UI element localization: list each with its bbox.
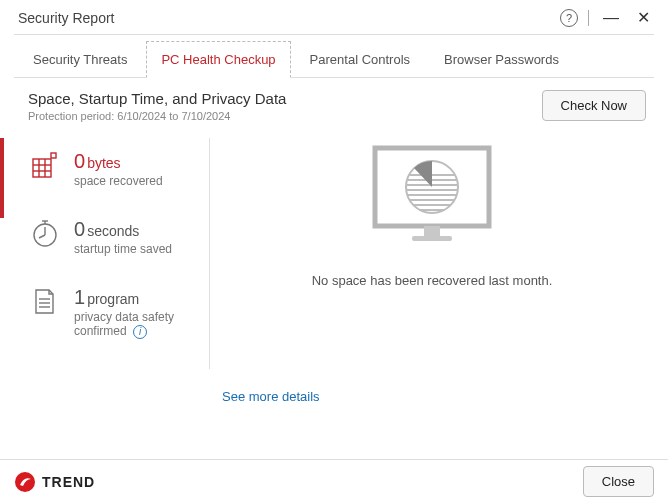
document-icon [30, 286, 60, 316]
tab-browser-passwords[interactable]: Browser Passwords [429, 41, 574, 78]
tab-parental-controls[interactable]: Parental Controls [295, 41, 425, 78]
brand-logo: TREND [14, 471, 95, 493]
space-label: space recovered [74, 174, 163, 188]
stat-startup-time: 0seconds startup time saved [30, 218, 209, 256]
section-title: Space, Startup Time, and Privacy Data [28, 90, 286, 107]
divider [588, 10, 589, 26]
startup-value: 0 [74, 218, 85, 240]
brand-name: TREND [42, 474, 95, 490]
trend-logo-icon [14, 471, 36, 493]
check-now-button[interactable]: Check Now [542, 90, 646, 121]
tab-security-threats[interactable]: Security Threats [18, 41, 142, 78]
stopwatch-icon [30, 218, 60, 248]
svg-rect-24 [424, 226, 440, 236]
svg-rect-0 [33, 159, 51, 177]
privacy-value: 1 [74, 286, 85, 308]
svg-line-8 [39, 235, 45, 238]
close-button[interactable]: Close [583, 466, 654, 497]
stat-space-recovered: 0bytes space recovered [30, 150, 209, 188]
privacy-label: privacy data safety confirmed i [74, 310, 209, 339]
space-unit: bytes [87, 155, 120, 171]
startup-unit: seconds [87, 223, 139, 239]
minimize-button[interactable]: — [599, 8, 623, 28]
close-window-button[interactable]: ✕ [633, 8, 654, 28]
divider [14, 34, 654, 35]
svg-rect-5 [51, 153, 56, 158]
see-more-details-link[interactable]: See more details [222, 389, 320, 404]
help-icon[interactable]: ? [560, 9, 578, 27]
protection-period: Protection period: 6/10/2024 to 7/10/202… [28, 110, 286, 122]
info-icon[interactable]: i [133, 325, 147, 339]
status-message: No space has been recovered last month. [312, 273, 553, 288]
privacy-unit: program [87, 291, 139, 307]
tab-pc-health-checkup[interactable]: PC Health Checkup [146, 41, 290, 78]
startup-label: startup time saved [74, 242, 172, 256]
disk-space-icon [30, 150, 60, 180]
window-title: Security Report [18, 10, 114, 26]
stat-privacy: 1program privacy data safety confirmed i [30, 286, 209, 339]
svg-rect-25 [412, 236, 452, 241]
space-value: 0 [74, 150, 85, 172]
accent-bar [0, 138, 4, 218]
monitor-illustration [367, 142, 497, 255]
tab-bar: Security Threats PC Health Checkup Paren… [0, 41, 668, 78]
